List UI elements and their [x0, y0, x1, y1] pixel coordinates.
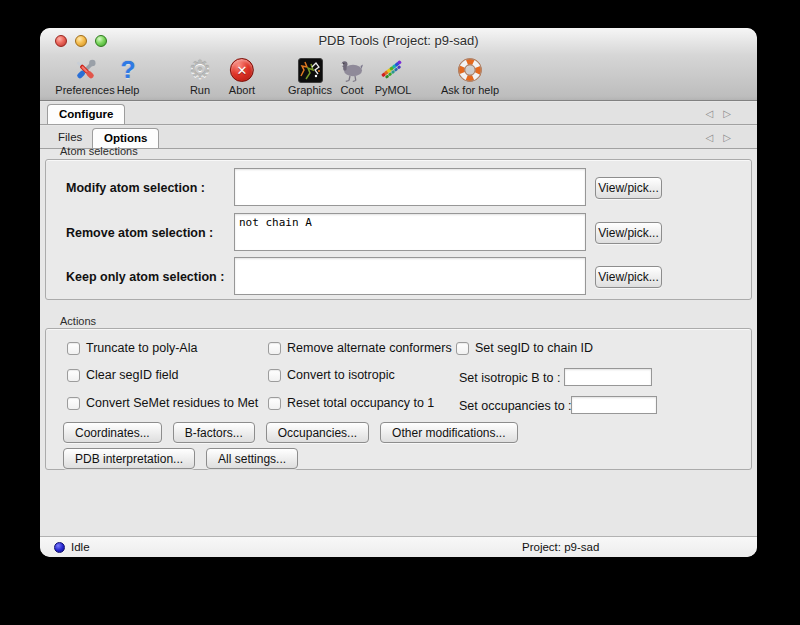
pymol-ribbon-icon [375, 56, 412, 84]
toolbar-button-help[interactable]: ? Help [117, 56, 140, 96]
remove-atom-selection-input[interactable]: not chain A [234, 213, 586, 251]
keep-only-view-pick-button[interactable]: View/pick... [595, 266, 662, 288]
tab-files-label: Files [58, 131, 82, 143]
atom-selections-group-title: Atom selections [60, 145, 138, 157]
set-isotropic-b-input[interactable] [564, 368, 652, 386]
checkbox-item-truncate-poly-ala: Truncate to poly-Ala [67, 341, 197, 355]
set-isotropic-b-label: Set isotropic B to : [459, 371, 560, 385]
statusbar: Idle Project: p9-sad [40, 536, 757, 557]
convert-semet-checkbox[interactable] [67, 397, 80, 410]
pdb-interpretation-button[interactable]: PDB interpretation... [63, 448, 195, 469]
other-modifications-button[interactable]: Other modifications... [380, 422, 517, 443]
toolbar-label-run: Run [189, 84, 211, 96]
reset-total-occupancy-label: Reset total occupancy to 1 [287, 396, 434, 410]
toolbar-label-abort: Abort [229, 84, 255, 96]
toolbar-label-help: Help [117, 84, 140, 96]
tab-scroll-right-icon[interactable]: ▷ [723, 133, 731, 143]
set-occupancies-label: Set occupancies to : [459, 399, 572, 413]
tab-configure[interactable]: Configure [47, 104, 125, 124]
run-gear-icon: ⚙ [189, 56, 211, 84]
truncate-poly-ala-checkbox[interactable] [67, 342, 80, 355]
graphics-molecule-icon [288, 56, 332, 84]
modify-atom-selection-input[interactable] [234, 168, 586, 206]
checkbox-item-convert-to-isotropic: Convert to isotropic [268, 368, 395, 382]
help-question-icon: ? [117, 56, 140, 84]
tab-configure-label: Configure [59, 108, 113, 120]
tab-scroll-arrows: ◁ ▷ [706, 126, 731, 149]
toolbar-button-preferences[interactable]: Preferences [55, 56, 114, 96]
remove-alternate-conformers-checkbox[interactable] [268, 342, 281, 355]
window-controls [55, 35, 107, 47]
atom-selections-group: Modify atom selection : View/pick... Rem… [45, 159, 752, 300]
toolbar-button-run[interactable]: ⚙ Run [189, 56, 211, 96]
coordinates-button[interactable]: Coordinates... [63, 422, 162, 443]
toolbar-label-coot: Coot [339, 84, 365, 96]
keep-only-atom-selection-label: Keep only atom selection : [66, 270, 224, 284]
window-title: PDB Tools (Project: p9-sad) [40, 28, 757, 54]
status-indicator-icon [54, 542, 65, 553]
convert-to-isotropic-checkbox[interactable] [268, 369, 281, 382]
convert-to-isotropic-label: Convert to isotropic [287, 368, 395, 382]
toolbar-label-ask-for-help: Ask for help [441, 84, 499, 96]
toolbar-button-graphics[interactable]: Graphics [288, 56, 332, 96]
occupancies-button[interactable]: Occupancies... [266, 422, 369, 443]
coot-bird-icon [339, 56, 365, 84]
tab-scroll-left-icon[interactable]: ◁ [706, 133, 714, 143]
tab-scroll-arrows: ◁ ▷ [706, 102, 731, 125]
toolbar-label-pymol: PyMOL [375, 84, 412, 96]
checkbox-item-reset-total-occupancy: Reset total occupancy to 1 [268, 396, 434, 410]
tab-options-label: Options [104, 132, 147, 144]
toolbar-label-preferences: Preferences [55, 84, 114, 96]
preferences-tools-icon [55, 56, 114, 84]
zoom-button[interactable] [95, 35, 107, 47]
minimize-button[interactable] [75, 35, 87, 47]
actions-group: Truncate to poly-Ala Clear segID field C… [45, 328, 752, 470]
remove-atom-selection-label: Remove atom selection : [66, 226, 213, 240]
reset-total-occupancy-checkbox[interactable] [268, 397, 281, 410]
checkbox-item-clear-segid: Clear segID field [67, 368, 178, 382]
set-segid-to-chain-label: Set segID to chain ID [475, 341, 593, 355]
clear-segid-label: Clear segID field [86, 368, 178, 382]
status-text: Idle [71, 537, 90, 557]
tab-scroll-right-icon[interactable]: ▷ [723, 109, 731, 119]
tab-scroll-left-icon[interactable]: ◁ [706, 109, 714, 119]
toolbar-button-ask-for-help[interactable]: Ask for help [441, 56, 499, 96]
checkbox-item-remove-alternate-conformers: Remove alternate conformers [268, 341, 452, 355]
close-button[interactable] [55, 35, 67, 47]
toolbar-label-graphics: Graphics [288, 84, 332, 96]
modify-atom-selection-label: Modify atom selection : [66, 181, 205, 195]
toolbar-button-pymol[interactable]: PyMOL [375, 56, 412, 96]
set-occupancies-input[interactable] [571, 396, 657, 414]
abort-stop-icon: ✕ [229, 56, 255, 84]
checkbox-item-set-segid-to-chain: Set segID to chain ID [456, 341, 593, 355]
checkbox-item-convert-semet: Convert SeMet residues to Met [67, 396, 258, 410]
clear-segid-checkbox[interactable] [67, 369, 80, 382]
actions-button-row-2: PDB interpretation... All settings... [63, 448, 298, 469]
app-window: PDB Tools (Project: p9-sad) Preferences [40, 28, 757, 557]
actions-group-title: Actions [60, 315, 96, 327]
all-settings-button[interactable]: All settings... [206, 448, 298, 469]
toolbar-button-abort[interactable]: ✕ Abort [229, 56, 255, 96]
remove-view-pick-button[interactable]: View/pick... [595, 222, 662, 244]
lifebuoy-icon [441, 56, 499, 84]
b-factors-button[interactable]: B-factors... [173, 422, 255, 443]
keep-only-atom-selection-input[interactable] [234, 257, 586, 295]
convert-semet-label: Convert SeMet residues to Met [86, 396, 258, 410]
remove-alternate-conformers-label: Remove alternate conformers [287, 341, 452, 355]
truncate-poly-ala-label: Truncate to poly-Ala [86, 341, 197, 355]
modify-view-pick-button[interactable]: View/pick... [595, 177, 662, 199]
configure-tabbar: Configure ◁ ▷ [40, 102, 757, 125]
files-options-tabbar: Files Options ◁ ▷ [40, 126, 757, 149]
toolbar-button-coot[interactable]: Coot [339, 56, 365, 96]
actions-button-row-1: Coordinates... B-factors... Occupancies.… [63, 422, 518, 443]
project-text: Project: p9-sad [522, 537, 599, 557]
window-header: PDB Tools (Project: p9-sad) Preferences [40, 28, 757, 101]
set-segid-to-chain-checkbox[interactable] [456, 342, 469, 355]
